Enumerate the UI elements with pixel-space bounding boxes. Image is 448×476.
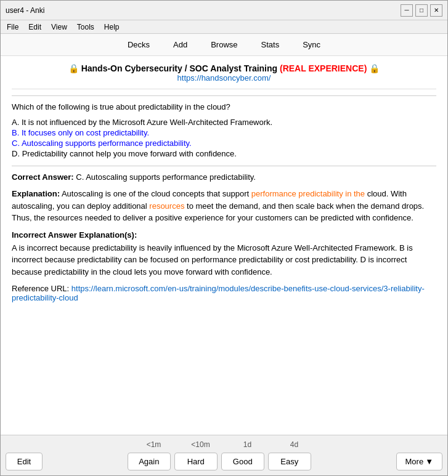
incorrect-explanation-text: A is incorrect because predictability is… (12, 242, 436, 278)
toolbar-browse[interactable]: Browse (200, 37, 248, 52)
toolbar: Decks Add Browse Stats Sync (1, 34, 447, 56)
button-row: Edit Again Hard Good Easy More ▼ (6, 453, 442, 470)
reference-section: Reference URL: https://learn.microsoft.c… (12, 284, 436, 302)
divider-middle (12, 166, 436, 166)
explanation-text: Explanation: Autoscaling is one of the c… (12, 188, 436, 224)
option-b-text: It focuses only on cost predictability. (22, 128, 149, 137)
easy-button[interactable]: Easy (268, 453, 311, 470)
option-a-text: It is not influenced by the Microsoft Az… (22, 118, 272, 127)
timing-again: <1m (131, 439, 177, 450)
card-header-link[interactable]: https://handsoncyber.com/ (177, 73, 271, 83)
reference-link[interactable]: https://learn.microsoft.com/en-us/traini… (12, 284, 425, 302)
menu-view[interactable]: View (47, 22, 71, 33)
timing-spacer-left (6, 439, 131, 450)
hard-button[interactable]: Hard (174, 453, 218, 470)
incorrect-explanation-section: Incorrect Answer Explanation(s): A is in… (12, 230, 436, 278)
again-button[interactable]: Again (128, 453, 171, 470)
menu-help[interactable]: Help (100, 22, 123, 33)
explanation-highlight-2: resources (149, 201, 184, 211)
lock-icon-right: 🔒 (369, 63, 380, 73)
title-bar: user4 - Anki ─ □ ✕ (1, 1, 447, 20)
window-title: user4 - Anki (6, 6, 44, 15)
option-b-label: B. (12, 128, 19, 137)
timing-hard: <10m (177, 439, 224, 450)
reference-label: Reference URL: (12, 284, 71, 293)
menu-edit[interactable]: Edit (25, 22, 45, 33)
option-b: B. It focuses only on cost predictabilit… (12, 128, 436, 137)
minimize-button[interactable]: ─ (401, 4, 413, 17)
incorrect-explanation-title: Incorrect Answer Explanation(s): (12, 230, 137, 240)
timing-good: 1d (224, 439, 271, 450)
answer-buttons: Again Hard Good Easy (128, 453, 311, 470)
explanation-label: Explanation: (12, 189, 60, 198)
bottom-bar: <1m <10m 1d 4d Edit Again Hard Good Easy… (1, 435, 447, 475)
correct-answer-text: Correct Answer: C. Autoscaling supports … (12, 172, 436, 182)
edit-button[interactable]: Edit (6, 453, 43, 470)
option-c-text: Autoscaling supports performance predict… (22, 139, 192, 148)
good-button[interactable]: Good (221, 453, 264, 470)
option-a-label: A. (12, 118, 19, 127)
incorrect-explanation-label: Incorrect Answer Explanation(s): (12, 230, 436, 240)
maximize-button[interactable]: □ (415, 4, 428, 17)
option-c: C. Autoscaling supports performance pred… (12, 139, 436, 148)
option-c-label: C. (12, 139, 20, 148)
question-section: Which of the following is true about pre… (12, 102, 436, 158)
timing-row: <1m <10m 1d 4d (6, 439, 442, 450)
card-content: 🔒 Hands-On Cybersecurity / SOC Analyst T… (1, 56, 447, 435)
card-title: 🔒 Hands-On Cybersecurity / SOC Analyst T… (12, 63, 436, 73)
more-dropdown-icon: ▼ (425, 457, 433, 466)
card-header: 🔒 Hands-On Cybersecurity / SOC Analyst T… (12, 63, 436, 89)
timing-spacer-right (318, 439, 443, 450)
close-button[interactable]: ✕ (430, 4, 442, 17)
correct-answer-label: Correct Answer: (12, 172, 74, 182)
option-d-text: Predictability cannot help you move forw… (22, 149, 237, 158)
explanation-section: Explanation: Autoscaling is one of the c… (12, 188, 436, 224)
more-button[interactable]: More ▼ (396, 453, 443, 470)
toolbar-sync[interactable]: Sync (292, 37, 331, 52)
menu-tools[interactable]: Tools (73, 22, 98, 33)
toolbar-decks[interactable]: Decks (117, 37, 160, 52)
toolbar-add[interactable]: Add (163, 37, 198, 52)
divider-top (12, 95, 436, 96)
option-a: A. It is not influenced by the Microsoft… (12, 118, 436, 127)
menu-file[interactable]: File (3, 22, 22, 33)
toolbar-stats[interactable]: Stats (251, 37, 290, 52)
timing-easy: 4d (271, 439, 318, 450)
more-button-label: More (405, 457, 424, 466)
answer-options: A. It is not influenced by the Microsoft… (12, 118, 436, 158)
option-d: D. Predictability cannot help you move f… (12, 149, 436, 158)
card-title-red: (REAL EXPERIENCE) (280, 63, 367, 73)
correct-answer-value: C. Autoscaling supports performance pred… (76, 172, 256, 182)
option-d-label: D. (12, 149, 20, 158)
correct-answer-section: Correct Answer: C. Autoscaling supports … (12, 172, 436, 182)
question-text: Which of the following is true about pre… (12, 102, 436, 111)
explanation-highlight-1: performance predictability in the (251, 189, 365, 198)
menu-bar: File Edit View Tools Help (1, 20, 447, 34)
lock-icon-left: 🔒 (68, 63, 79, 73)
card-header-url-container: https://handsoncyber.com/ (12, 73, 436, 83)
window-controls: ─ □ ✕ (401, 4, 442, 17)
card-title-plain: Hands-On Cybersecurity / SOC Analyst Tra… (81, 63, 280, 73)
